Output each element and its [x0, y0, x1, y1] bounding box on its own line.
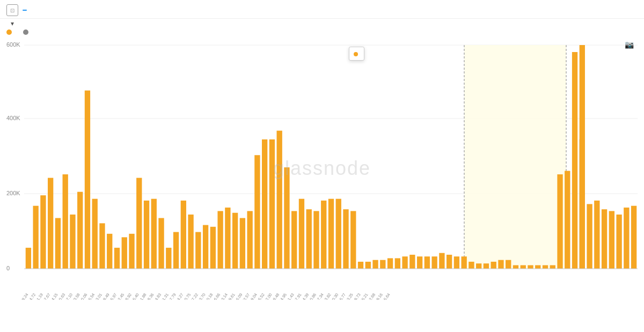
- chevron-down-icon: ▾: [11, 20, 14, 27]
- bar: [181, 201, 186, 269]
- legend-dot-closing: [23, 29, 28, 35]
- bar: [240, 218, 245, 269]
- bar: [439, 253, 444, 269]
- t2-badge: [23, 10, 27, 11]
- bar: [188, 215, 193, 269]
- bar: [336, 199, 341, 269]
- bar: [565, 171, 570, 269]
- bar: [594, 201, 599, 269]
- bar: [535, 265, 540, 269]
- bar: [114, 248, 120, 269]
- bar: [173, 232, 179, 269]
- header-icon: ⊡: [6, 4, 18, 16]
- bar: [129, 234, 134, 269]
- bar: [616, 215, 621, 269]
- bar: [107, 234, 112, 269]
- bar: [225, 208, 230, 269]
- legend-row: [0, 28, 644, 35]
- bar: [210, 227, 216, 269]
- bar: [40, 195, 46, 269]
- bar: [402, 256, 407, 269]
- bar: [350, 211, 356, 269]
- bar: [395, 258, 400, 269]
- bar: [144, 201, 149, 269]
- bar: [122, 237, 127, 269]
- bar: [321, 201, 326, 269]
- bar: [254, 155, 260, 269]
- bar: [365, 262, 371, 269]
- bar: [521, 265, 526, 269]
- chart-area: glassnode 📷 600K 400K 200K 0: [5, 37, 639, 300]
- bar: [417, 256, 422, 269]
- bar: [543, 265, 548, 269]
- tooltip-series: [354, 51, 360, 57]
- bar: [77, 192, 83, 269]
- bar: [48, 178, 53, 269]
- tooltip-box: [349, 47, 364, 61]
- legend-item-closing: [23, 29, 31, 35]
- bar: [55, 218, 61, 269]
- svg-text:600K: 600K: [6, 41, 20, 48]
- legend-dot-urpd: [6, 29, 12, 35]
- bar: [528, 265, 533, 269]
- bar: [380, 260, 385, 269]
- bar: [609, 211, 614, 269]
- header: ⊡: [0, 0, 644, 19]
- bar: [85, 91, 90, 269]
- legend-item-urpd: [6, 29, 14, 35]
- bar: [232, 213, 238, 269]
- bar: [491, 262, 496, 269]
- chart-inner: 600K 400K 200K 0 $1,078.24$3,234.72$5,39…: [5, 37, 639, 300]
- scale-row: ▾: [0, 19, 644, 28]
- bar: [409, 255, 415, 269]
- bar: [151, 199, 157, 269]
- svg-rect-8: [464, 45, 566, 269]
- bar: [580, 45, 585, 269]
- bar: [631, 206, 636, 269]
- bar: [587, 204, 592, 269]
- bar: [195, 232, 201, 269]
- bar: [70, 215, 75, 269]
- bar: [476, 263, 481, 269]
- bar: [166, 248, 171, 269]
- bar: [506, 260, 511, 269]
- bar: [454, 256, 459, 269]
- bar: [572, 52, 577, 269]
- bar: [513, 265, 518, 269]
- bar: [447, 255, 452, 269]
- svg-text:0: 0: [6, 265, 10, 271]
- bar: [484, 263, 489, 269]
- bar: [284, 167, 289, 269]
- svg-text:$1,078.24: $1,078.24: [15, 292, 30, 300]
- svg-text:200K: 200K: [6, 190, 20, 196]
- bar: [306, 209, 312, 269]
- bar: [99, 223, 105, 269]
- bar: [92, 199, 98, 269]
- bar: [469, 262, 474, 269]
- bar: [63, 174, 68, 269]
- bar: [425, 256, 430, 269]
- bar: [313, 211, 319, 269]
- bar: [217, 211, 223, 269]
- bar: [624, 208, 629, 269]
- bar: [550, 265, 555, 269]
- bar: [291, 211, 297, 269]
- svg-text:400K: 400K: [6, 115, 20, 121]
- bar: [269, 139, 275, 269]
- bar: [602, 209, 607, 269]
- bar: [277, 131, 282, 269]
- bar: [343, 209, 348, 269]
- bar: [462, 256, 467, 269]
- bar: [247, 211, 252, 269]
- bar: [203, 225, 208, 269]
- bar: [431, 256, 437, 269]
- bar: [158, 218, 164, 269]
- bar: [33, 206, 38, 269]
- bar: [299, 199, 304, 269]
- tooltip-dot: [354, 52, 358, 56]
- bar: [328, 199, 334, 269]
- bar: [358, 262, 363, 269]
- bar: [262, 139, 267, 269]
- bar: [498, 260, 503, 269]
- bar: [26, 248, 31, 269]
